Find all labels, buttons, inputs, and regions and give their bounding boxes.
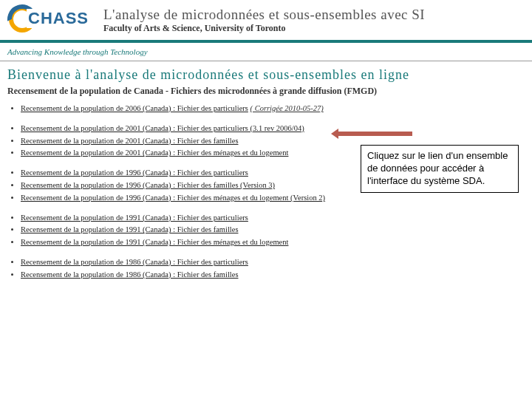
list-item: Recensement de la population de 1986 (Ca… [21, 256, 532, 269]
dataset-link[interactable]: Recensement de la population de 1991 (Ca… [21, 238, 288, 246]
instruction-callout: Cliquez sur le lien d'un ensemble de don… [361, 145, 519, 193]
dataset-link[interactable]: Recensement de la population de 2006 (Ca… [21, 104, 248, 112]
arrow-icon [338, 132, 412, 136]
dataset-link[interactable]: Recensement de la population de 1986 (Ca… [21, 270, 239, 279]
dataset-link[interactable]: Recensement de la population de 1986 (Ca… [21, 258, 248, 266]
list-item: Recensement de la population de 2001 (Ca… [21, 123, 532, 135]
welcome-heading: Bienvenue à l'analyse de microdonnées et… [0, 61, 532, 84]
chass-logo: CHASS [7, 4, 96, 35]
dataset-link[interactable]: Recensement de la population de 1991 (Ca… [21, 214, 248, 222]
list-item: Recensement de la population de 2006 (Ca… [21, 103, 532, 115]
list-item: Recensement de la population de 1991 (Ca… [21, 236, 532, 249]
dataset-link[interactable]: Recensement de la population de 1996 (Ca… [21, 181, 275, 189]
dataset-link[interactable]: Recensement de la population de 2001 (Ca… [21, 137, 239, 145]
page-subtitle: Faculty of Arts & Science, University of… [103, 23, 425, 34]
dataset-link[interactable]: Recensement de la population de 2001 (Ca… [21, 149, 288, 157]
list-item: Recensement de la population de 1991 (Ca… [21, 224, 532, 236]
dataset-link[interactable]: Recensement de la population de 1996 (Ca… [21, 194, 325, 202]
dataset-link[interactable]: Recensement de la population de 2001 (Ca… [21, 124, 304, 132]
link-group-2006: Recensement de la population de 2006 (Ca… [0, 103, 532, 123]
section-title: Recensement de la population de Canada -… [0, 84, 532, 103]
list-item: Recensement de la population de 1991 (Ca… [21, 212, 532, 225]
logo-text: CHASS [27, 9, 90, 28]
dataset-link[interactable]: Recensement de la population de 1996 (Ca… [21, 168, 248, 177]
header: CHASS L'analyse de microdonnées et sous-… [0, 0, 532, 37]
title-block: L'analyse de microdonnées et sous-ensemb… [96, 7, 425, 34]
list-item: Recensement de la population de 1996 (Ca… [21, 192, 532, 205]
link-group-1991: Recensement de la population de 1991 (Ca… [0, 212, 532, 256]
tagline: Advancing Knowledge through Technology [0, 43, 532, 61]
link-group-1986: Recensement de la population de 1986 (Ca… [0, 256, 532, 289]
dataset-link[interactable]: Recensement de la population de 1991 (Ca… [21, 225, 239, 233]
page-title: L'analyse de microdonnées et sous-ensemb… [103, 7, 425, 23]
list-item: Recensement de la population de 1986 (Ca… [21, 269, 532, 282]
correction-note: ( Corrigée 2010-05-27) [250, 104, 324, 112]
